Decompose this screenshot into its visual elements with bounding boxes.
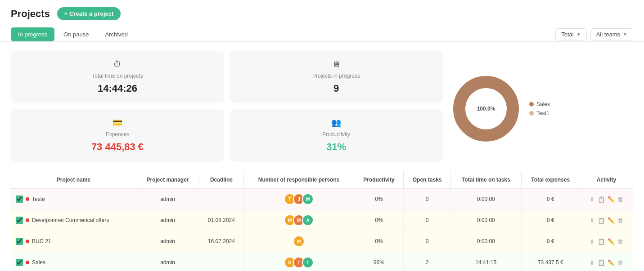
table-row: Develpomnet Commerical offers admin01.08… bbox=[11, 210, 633, 231]
row-checkbox[interactable] bbox=[16, 259, 23, 266]
status-dot bbox=[26, 240, 29, 243]
expenses-cell: 0 € bbox=[521, 210, 580, 231]
project-name-cell: Sales bbox=[11, 252, 136, 271]
col-deadline: Deadline bbox=[199, 171, 244, 189]
col-open-tasks: Open tasks bbox=[404, 171, 450, 189]
productivity-label: Productivity bbox=[322, 131, 350, 138]
projects-table: Project name Project manager Deadline Nu… bbox=[11, 171, 633, 271]
productivity-cell: 0% bbox=[354, 189, 404, 210]
archive-icon[interactable]: 📋 bbox=[598, 217, 605, 224]
status-dot bbox=[26, 218, 29, 222]
all-teams-filter-button[interactable]: All teams ▼ bbox=[590, 28, 633, 40]
productivity-card: 👥 Productivity 31% bbox=[230, 109, 443, 162]
pause-icon[interactable]: ⏸ bbox=[589, 259, 595, 266]
row-checkbox[interactable] bbox=[16, 195, 23, 203]
open-tasks-cell: 0 bbox=[404, 231, 450, 252]
archive-icon[interactable]: 📋 bbox=[598, 238, 605, 245]
productivity-cell: 0% bbox=[354, 231, 404, 252]
edit-icon[interactable]: ✏️ bbox=[608, 238, 615, 245]
project-name-cell: Develpomnet Commerical offers bbox=[11, 210, 136, 231]
total-time-label: Total time on projects bbox=[92, 73, 143, 79]
table-row: BUG 21 admin16.07.2024M0%00:00:000 € ⏸ 📋… bbox=[11, 231, 633, 252]
projects-card: 🖥 Projects in progress 9 bbox=[230, 51, 443, 103]
stats-row-top: ⏱ Total time on projects 14:44:26 🖥 Proj… bbox=[11, 51, 443, 103]
chart-area: 100.0% Sales Test1 bbox=[450, 51, 550, 162]
edit-icon[interactable]: ✏️ bbox=[608, 196, 615, 203]
stats-row-bottom: 💳 Expenses 73 445,83 € 👥 Productivity 31… bbox=[11, 109, 443, 162]
col-project-name: Project name bbox=[11, 171, 136, 189]
project-manager-cell: admin bbox=[136, 189, 199, 210]
tabs-bar: In progress On pause Archived Total ▼ Al… bbox=[0, 24, 644, 42]
delete-icon[interactable]: 🗑 bbox=[617, 259, 623, 266]
edit-icon[interactable]: ✏️ bbox=[608, 217, 615, 224]
avatars-cell: TJM bbox=[243, 189, 354, 210]
stats-cards: ⏱ Total time on projects 14:44:26 🖥 Proj… bbox=[11, 51, 443, 162]
productivity-cell: 0% bbox=[354, 210, 404, 231]
expenses-label: Expenses bbox=[106, 131, 130, 138]
time-tasks-cell: 0:00:00 bbox=[450, 189, 521, 210]
time-tasks-cell: 0:00:00 bbox=[450, 210, 521, 231]
delete-icon[interactable]: 🗑 bbox=[617, 217, 623, 224]
col-responsible: Number of responsible persons bbox=[243, 171, 354, 189]
donut-chart: 100.0% bbox=[450, 73, 522, 145]
project-manager-cell: admin bbox=[136, 231, 199, 252]
pause-icon[interactable]: ⏸ bbox=[589, 196, 595, 203]
productivity-icon: 👥 bbox=[331, 118, 341, 128]
pause-icon[interactable]: ⏸ bbox=[589, 217, 595, 224]
productivity-value: 31% bbox=[326, 141, 346, 153]
row-checkbox[interactable] bbox=[16, 217, 23, 224]
expenses-icon: 💳 bbox=[113, 118, 122, 128]
status-dot bbox=[26, 197, 29, 201]
table-header-row: Project name Project manager Deadline Nu… bbox=[11, 171, 633, 189]
tab-archived[interactable]: Archived bbox=[98, 27, 135, 41]
filters-area: Total ▼ All teams ▼ bbox=[555, 28, 633, 40]
open-tasks-cell: 0 bbox=[404, 210, 450, 231]
legend-item-sales: Sales bbox=[529, 101, 550, 107]
page-title: Projects bbox=[11, 8, 50, 20]
total-time-card: ⏱ Total time on projects 14:44:26 bbox=[11, 51, 224, 103]
deadline-cell: 01.08.2024 bbox=[199, 210, 244, 231]
avatars-cell: M bbox=[243, 231, 354, 252]
table-row: Sales adminKTT96%214:41:1573 437,5 € ⏸ 📋… bbox=[11, 252, 633, 271]
delete-icon[interactable]: 🗑 bbox=[617, 238, 623, 245]
total-filter-label: Total bbox=[561, 31, 573, 38]
all-teams-filter-label: All teams bbox=[596, 31, 620, 38]
chevron-down-icon: ▼ bbox=[576, 32, 581, 37]
expenses-card: 💳 Expenses 73 445,83 € bbox=[11, 109, 224, 162]
col-project-manager: Project manager bbox=[136, 171, 199, 189]
expenses-cell: 0 € bbox=[521, 189, 580, 210]
total-filter-button[interactable]: Total ▼ bbox=[555, 28, 586, 40]
avatar: M bbox=[293, 235, 305, 247]
chart-legend: Sales Test1 bbox=[529, 101, 550, 116]
deadline-cell: 16.07.2024 bbox=[199, 231, 244, 252]
productivity-cell: 96% bbox=[354, 252, 404, 271]
legend-label-sales: Sales bbox=[536, 101, 550, 107]
row-checkbox[interactable] bbox=[16, 238, 23, 245]
edit-icon[interactable]: ✏️ bbox=[608, 259, 615, 266]
donut-label: 100.0% bbox=[477, 106, 495, 112]
status-dot bbox=[26, 261, 29, 264]
table-section: Project name Project manager Deadline Nu… bbox=[0, 171, 644, 271]
delete-icon[interactable]: 🗑 bbox=[617, 196, 623, 203]
archive-icon[interactable]: 📋 bbox=[598, 259, 605, 266]
project-name-cell: Teste bbox=[11, 189, 136, 210]
open-tasks-cell: 2 bbox=[404, 252, 450, 271]
pause-icon[interactable]: ⏸ bbox=[589, 238, 595, 245]
activity-cell: ⏸ 📋 ✏️ 🗑 bbox=[580, 231, 633, 252]
time-tasks-cell: 0:00:00 bbox=[450, 231, 521, 252]
total-time-value: 14:44:26 bbox=[98, 83, 137, 94]
open-tasks-cell: 0 bbox=[404, 189, 450, 210]
stats-area: ⏱ Total time on projects 14:44:26 🖥 Proj… bbox=[0, 42, 644, 171]
create-project-button[interactable]: + Create a project bbox=[57, 7, 121, 20]
col-productivity: Productivity bbox=[354, 171, 404, 189]
activity-cell: ⏸ 📋 ✏️ 🗑 bbox=[580, 252, 633, 271]
archive-icon[interactable]: 📋 bbox=[598, 196, 605, 203]
avatar: A bbox=[302, 214, 314, 226]
project-name-text: BUG 21 bbox=[32, 238, 51, 244]
tab-in-progress[interactable]: In progress bbox=[11, 27, 54, 41]
project-name-text: Develpomnet Commerical offers bbox=[32, 217, 109, 223]
avatar: T bbox=[302, 257, 314, 268]
tab-on-pause[interactable]: On pause bbox=[56, 27, 96, 41]
col-activity: Activity bbox=[580, 171, 633, 189]
table-row: Teste adminTJM0%00:00:000 € ⏸ 📋 ✏️ 🗑 bbox=[11, 189, 633, 210]
